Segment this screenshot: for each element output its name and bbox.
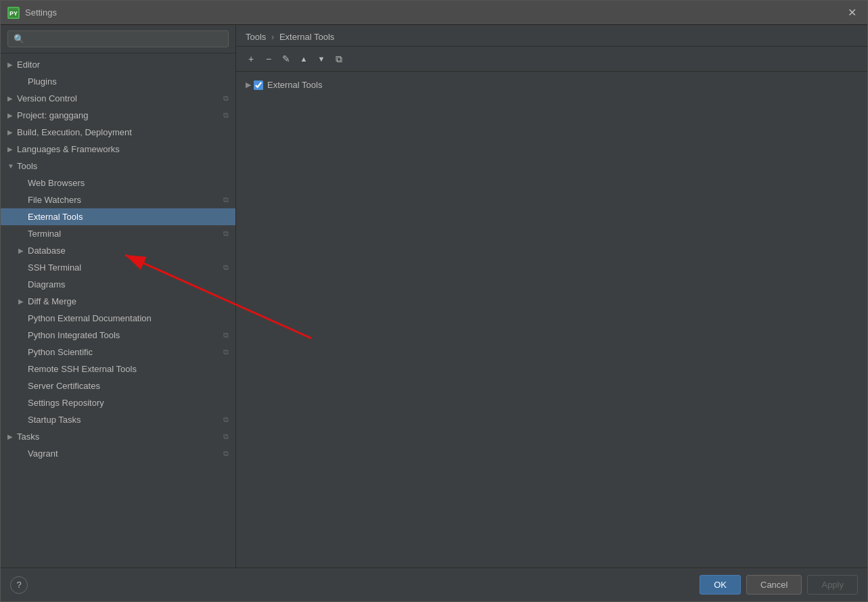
arrow-icon: ▶ <box>7 433 17 440</box>
arrow-icon: ▶ <box>18 247 28 254</box>
sidebar-item-tools[interactable]: ▼Tools <box>1 158 235 175</box>
search-input[interactable] <box>7 30 229 47</box>
help-button[interactable]: ? <box>10 576 28 594</box>
copy-icon: ⧉ <box>223 229 229 238</box>
arrow-icon: ▶ <box>7 61 17 68</box>
main-panel: Tools › External Tools + − ✎ ▲ ▼ ⧉ ▶ <box>236 25 867 568</box>
nav-list: ▶EditorPlugins▶Version Control⧉▶Project:… <box>1 53 235 568</box>
sidebar-item-database[interactable]: ▶Database <box>1 242 235 259</box>
arrow-icon: ▶ <box>7 129 17 136</box>
sidebar-item-diagrams[interactable]: Diagrams <box>1 276 235 293</box>
sidebar-item-label: Project: ganggang <box>17 110 89 120</box>
arrow-icon: ▶ <box>7 112 17 119</box>
arrow-icon: ▼ <box>7 162 17 170</box>
tree-item-external-tools[interactable]: ▶ External Tools <box>242 77 862 93</box>
sidebar-item-ssh-terminal[interactable]: SSH Terminal⧉ <box>1 259 235 276</box>
footer: ? OK Cancel Apply <box>1 568 867 601</box>
sidebar-item-label: Python Integrated Tools <box>28 330 120 340</box>
arrow-icon: ▶ <box>7 145 17 153</box>
apply-button[interactable]: Apply <box>807 575 858 595</box>
copy-icon: ⧉ <box>223 263 229 272</box>
copy-icon: ⧉ <box>223 348 229 356</box>
sidebar-item-label: Build, Execution, Deployment <box>17 127 132 137</box>
sidebar-item-label: Diagrams <box>28 279 66 290</box>
copy-icon: ⧉ <box>223 195 229 204</box>
tree-area: ▶ External Tools <box>236 72 867 568</box>
sidebar-item-settings-repo[interactable]: Settings Repository <box>1 394 235 411</box>
sidebar-item-startup-tasks[interactable]: Startup Tasks⧉ <box>1 411 235 428</box>
sidebar-item-web-browsers[interactable]: Web Browsers <box>1 175 235 191</box>
breadcrumb-external-tools[interactable]: External Tools <box>279 32 334 42</box>
sidebar-item-python-scientific[interactable]: Python Scientific⧉ <box>1 344 235 361</box>
move-down-button[interactable]: ▼ <box>313 51 329 67</box>
sidebar-item-python-ext-doc[interactable]: Python External Documentation <box>1 310 235 327</box>
sidebar-item-label: Languages & Frameworks <box>17 144 120 154</box>
sidebar-item-external-tools[interactable]: External Tools <box>1 208 235 225</box>
move-up-button[interactable]: ▲ <box>296 51 312 67</box>
copy-icon: ⧉ <box>223 94 229 103</box>
cancel-button[interactable]: Cancel <box>746 575 802 595</box>
copy-icon: ⧉ <box>223 415 229 424</box>
copy-icon: ⧉ <box>223 331 229 340</box>
edit-button[interactable]: ✎ <box>278 51 294 67</box>
sidebar-item-vagrant[interactable]: Vagrant⧉ <box>1 445 235 462</box>
breadcrumb-tools[interactable]: Tools <box>246 32 266 42</box>
sidebar-item-label: Diff & Merge <box>28 296 76 306</box>
titlebar: PY Settings ✕ <box>1 1 867 25</box>
sidebar-item-build-exec-deploy[interactable]: ▶Build, Execution, Deployment <box>1 124 235 141</box>
sidebar-item-label: Terminal <box>28 229 61 239</box>
sidebar-item-label: SSH Terminal <box>28 262 81 273</box>
remove-button[interactable]: − <box>260 51 277 67</box>
sidebar-item-label: Version Control <box>17 93 77 103</box>
close-button[interactable]: ✕ <box>844 5 861 20</box>
sidebar-item-label: External Tools <box>28 212 83 222</box>
sidebar-item-label: Web Browsers <box>28 178 85 188</box>
tree-checkbox-external-tools[interactable] <box>254 80 263 90</box>
add-button[interactable]: + <box>243 51 259 67</box>
sidebar-item-label: Settings Repository <box>28 398 104 408</box>
sidebar-item-file-watchers[interactable]: File Watchers⧉ <box>1 191 235 208</box>
sidebar: ▶EditorPlugins▶Version Control⧉▶Project:… <box>1 25 236 568</box>
sidebar-item-label: Database <box>28 246 66 256</box>
breadcrumb: Tools › External Tools <box>236 25 867 47</box>
sidebar-item-server-certs[interactable]: Server Certificates <box>1 377 235 394</box>
tree-label-external-tools: External Tools <box>267 80 322 90</box>
ok-button[interactable]: OK <box>700 575 741 595</box>
sidebar-item-label: Plugins <box>28 76 57 87</box>
sidebar-item-remote-ssh-ext[interactable]: Remote SSH External Tools <box>1 361 235 377</box>
sidebar-item-label: Vagrant <box>28 448 58 459</box>
copy-icon: ⧉ <box>223 111 229 120</box>
svg-text:PY: PY <box>9 10 18 17</box>
sidebar-item-label: Tasks <box>17 432 39 442</box>
sidebar-item-label: Python Scientific <box>28 347 93 357</box>
sidebar-item-label: Editor <box>17 60 40 70</box>
arrow-icon: ▶ <box>7 95 17 102</box>
sidebar-item-label: Startup Tasks <box>28 415 81 425</box>
sidebar-item-diff-merge[interactable]: ▶Diff & Merge <box>1 293 235 310</box>
copy-button[interactable]: ⧉ <box>331 51 347 67</box>
sidebar-item-version-control[interactable]: ▶Version Control⧉ <box>1 90 235 107</box>
app-icon: PY <box>7 7 20 19</box>
sidebar-item-label: Remote SSH External Tools <box>28 364 137 374</box>
window-title: Settings <box>25 7 844 18</box>
sidebar-item-label: Python External Documentation <box>28 313 152 323</box>
search-box <box>1 25 235 53</box>
sidebar-item-label: Server Certificates <box>28 381 100 391</box>
sidebar-item-plugins[interactable]: Plugins <box>1 73 235 90</box>
sidebar-item-label: File Watchers <box>28 195 81 205</box>
sidebar-item-python-int-tools[interactable]: Python Integrated Tools⧉ <box>1 327 235 344</box>
arrow-icon: ▶ <box>18 298 28 305</box>
footer-buttons: OK Cancel Apply <box>700 575 858 595</box>
sidebar-item-terminal[interactable]: Terminal⧉ <box>1 225 235 242</box>
sidebar-item-project-ganggang[interactable]: ▶Project: ganggang⧉ <box>1 107 235 124</box>
sidebar-item-label: Tools <box>17 161 37 171</box>
sidebar-item-tasks[interactable]: ▶Tasks⧉ <box>1 428 235 445</box>
copy-icon: ⧉ <box>223 432 229 441</box>
tree-arrow-icon: ▶ <box>246 80 251 89</box>
sidebar-item-languages-frameworks[interactable]: ▶Languages & Frameworks <box>1 141 235 158</box>
sidebar-item-editor[interactable]: ▶Editor <box>1 56 235 73</box>
copy-icon: ⧉ <box>223 449 229 458</box>
breadcrumb-sep: › <box>271 32 274 42</box>
toolbar: + − ✎ ▲ ▼ ⧉ <box>236 47 867 72</box>
